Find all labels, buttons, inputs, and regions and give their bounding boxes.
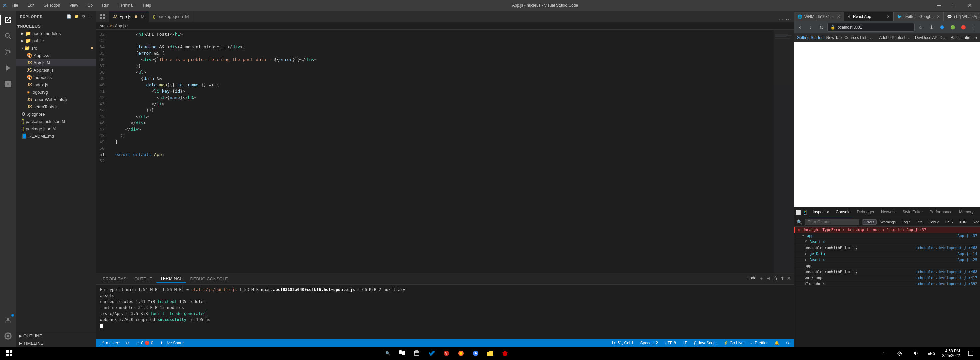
taskbar-gem[interactable] (498, 347, 512, 360)
taskbar-tray-expand[interactable]: ^ (877, 347, 891, 360)
code-editor[interactable]: 32 <h1>API Posts</h1> 33 34 {loading && … (96, 30, 794, 273)
browser-address-bar[interactable]: 🔒 localhost:3001 (827, 23, 915, 32)
outline-header[interactable]: ▶ OUTLINE (16, 332, 96, 339)
tab-package-json[interactable]: {} package.json M (149, 11, 193, 22)
menu-help[interactable]: Help (141, 2, 153, 8)
browser-tab-twitter-close[interactable]: ✕ (937, 14, 940, 19)
sidebar-item-src[interactable]: ▾ 📁 src (16, 44, 96, 52)
add-terminal-icon[interactable]: ＋ (759, 276, 764, 282)
status-sync[interactable]: ⊙ (125, 339, 131, 347)
devtools-tab-network[interactable]: Network (878, 207, 899, 217)
tab-close-button[interactable]: M (141, 14, 145, 19)
bookmark-getting-started[interactable]: Getting Started (797, 35, 824, 40)
browser-tab-whm[interactable]: 🌐 WHM [d51681812] List A... ✕ (794, 12, 844, 21)
menu-selection[interactable]: Selection (41, 2, 62, 8)
css-filter[interactable]: CSS (943, 219, 955, 225)
taskbar-volume-icon[interactable] (909, 347, 923, 360)
devtools-tab-inspector[interactable]: Inspector (809, 207, 832, 217)
problems-tab[interactable]: PROBLEMS (99, 275, 130, 283)
project-header[interactable]: ▾ NUCLEUS (16, 22, 96, 30)
status-language[interactable]: {} JavaScript (693, 339, 718, 347)
bookmark-photoshop[interactable]: Adobe Photoshop Exp... (879, 35, 912, 40)
forward-button[interactable]: › (806, 23, 815, 32)
errors-filter[interactable]: Errors (862, 219, 877, 225)
stack-react2-loc[interactable]: App.js:25 (957, 258, 977, 262)
tab-package-close-button[interactable]: M (185, 14, 189, 19)
menu-file[interactable]: File (10, 2, 20, 8)
expand-icon[interactable]: ▾ (802, 234, 804, 238)
stack-getdata-loc[interactable]: App.js:14 (957, 252, 977, 256)
warnings-filter[interactable]: Warnings (878, 219, 898, 225)
menu-terminal[interactable]: Terminal (116, 2, 135, 8)
taskbar-notification-icon[interactable] (964, 347, 977, 360)
browser-tab-react-close[interactable]: ✕ (887, 14, 890, 19)
browser-tab-react[interactable]: ⚛ React App ✕ (844, 12, 894, 21)
sidebar-item-app-test[interactable]: JS App.test.js (16, 66, 96, 74)
devtools-tab-memory[interactable]: Memory (956, 207, 977, 217)
taskbar-firefox[interactable] (454, 347, 468, 360)
maximize-button[interactable]: □ (947, 0, 962, 11)
devtools-tab-style-editor[interactable]: Style Editor (899, 207, 926, 217)
stack-unstable-loc1[interactable]: scheduler.development.js:468 (916, 246, 977, 250)
status-bell[interactable]: 🔔 (773, 339, 781, 347)
bookmark-courses[interactable]: Courses List - Google... (844, 35, 877, 40)
sidebar-item-app-css[interactable]: 🎨 App.css (16, 52, 96, 59)
status-spaces[interactable]: Spaces: 2 (639, 339, 659, 347)
sidebar-item-report[interactable]: JS reportWebVitals.js (16, 96, 96, 103)
devtools-tab-storage[interactable]: Storage (977, 207, 980, 217)
requests-filter[interactable]: Requests (970, 219, 980, 225)
xhr-filter[interactable]: XHR (957, 219, 969, 225)
bookmark-devdocs[interactable]: DevDocs API Docume... (915, 35, 948, 40)
reload-button[interactable]: ↻ (816, 23, 826, 32)
status-branch[interactable]: ⎇ master* (99, 339, 121, 347)
browser-tab-whm-close[interactable]: ✕ (837, 14, 840, 19)
logic-filter[interactable]: Logic (899, 219, 913, 225)
debug-console-tab[interactable]: DEBUG CONSOLE (186, 275, 232, 283)
stack-workloop-loc[interactable]: scheduler.development.js:417 (916, 276, 977, 280)
sidebar-item-gitignore[interactable]: ⚙ .gitignore (16, 110, 96, 118)
status-settings[interactable]: ⚙ (784, 339, 791, 347)
sidebar-item-setup[interactable]: JS setupTests.js (16, 103, 96, 110)
title-bar-menu[interactable]: File Edit Selection View Go Run Terminal… (10, 2, 153, 8)
bookmark-new-tab[interactable]: New Tab (826, 35, 842, 40)
timeline-header[interactable]: ▶ TIMELINE (16, 339, 96, 347)
editor-layout-icon[interactable] (96, 11, 109, 22)
tab-app-js[interactable]: JS App.js M (109, 11, 149, 22)
output-tab[interactable]: OUTPUT (130, 275, 156, 283)
back-button[interactable]: ‹ (795, 23, 805, 32)
stack-flushwork-loc[interactable]: scheduler.development.js:392 (916, 282, 977, 286)
devtools-responsive-icon[interactable]: 📱 (802, 210, 808, 215)
collapse-icon[interactable]: ⋯ (88, 14, 92, 19)
menu-edit[interactable]: Edit (25, 2, 36, 8)
refresh-icon[interactable]: ↻ (82, 14, 85, 19)
taskbar-search[interactable]: 🔍 (381, 347, 395, 360)
kill-terminal-icon[interactable]: 🗑 (773, 276, 778, 282)
sidebar-item-readme[interactable]: 📘 README.md (16, 132, 96, 140)
devtools-inspect-icon[interactable]: ⬜ (795, 210, 801, 215)
status-position[interactable]: Ln 51, Col 1 (611, 339, 635, 347)
sidebar-item-index-js[interactable]: JS index.js (16, 81, 96, 88)
taskbar-folder[interactable] (484, 347, 497, 360)
sidebar-item-app-js[interactable]: JS App.js M (16, 59, 96, 66)
terminal-tab[interactable]: TERMINAL (156, 275, 186, 283)
extension-icon-2[interactable]: 🟢 (948, 23, 957, 32)
split-editor-icon[interactable]: ⋯ (778, 16, 784, 22)
run-activity-icon[interactable] (0, 60, 16, 76)
taskbar-vscode[interactable] (425, 347, 438, 360)
expand-react2-icon[interactable]: ▶ (805, 258, 807, 262)
breadcrumb-src[interactable]: src (100, 24, 105, 28)
info-filter[interactable]: Info (914, 219, 925, 225)
sidebar-item-index-css[interactable]: 🎨 index.css (16, 74, 96, 81)
menu-run[interactable]: Run (100, 2, 111, 8)
source-control-activity-icon[interactable] (0, 44, 16, 60)
code-content-area[interactable]: 32 <h1>API Posts</h1> 33 34 {loading && … (96, 30, 774, 273)
status-live-share[interactable]: ⬆ Live Share (159, 339, 185, 347)
close-panel-icon[interactable]: ✕ (787, 276, 791, 282)
taskbar-network-icon[interactable] (893, 347, 907, 360)
sidebar-item-public[interactable]: ▶ 📁 public (16, 37, 96, 44)
maximize-panel-icon[interactable]: ⬆ (780, 276, 784, 282)
new-file-icon[interactable]: 📄 (67, 14, 72, 19)
devtools-tab-performance[interactable]: Performance (926, 207, 956, 217)
settings-activity-icon[interactable] (0, 328, 16, 344)
sidebar-item-package-json[interactable]: {} package.json M (16, 125, 96, 132)
